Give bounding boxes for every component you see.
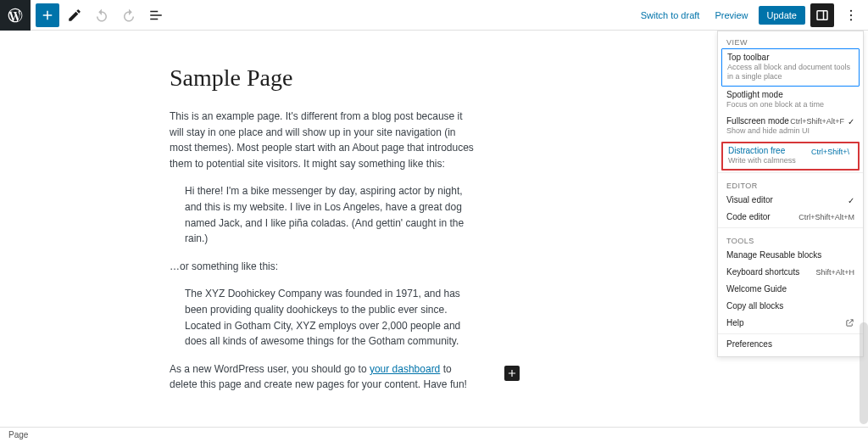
- more-vertical-icon: [843, 8, 859, 23]
- breadcrumb-item[interactable]: Page: [8, 430, 28, 439]
- menu-item-label: Preferences: [726, 339, 772, 349]
- settings-sidebar-toggle[interactable]: [810, 3, 834, 27]
- paragraph-block[interactable]: As a new WordPress user, you should go t…: [170, 361, 475, 393]
- external-link-icon: [845, 318, 854, 329]
- switch-to-draft-button[interactable]: Switch to draft: [636, 7, 705, 24]
- panel-section-view: VIEW: [718, 31, 863, 48]
- menu-item-sub: Write with calmness: [728, 156, 853, 165]
- menu-shortcut: Ctrl+Shift+Alt+M: [798, 213, 854, 221]
- page-content: Sample Page This is an example page. It'…: [170, 64, 678, 393]
- check-icon: ✓: [848, 196, 854, 205]
- menu-item-sub: Focus on one block at a time: [726, 100, 854, 109]
- options-menu-panel: VIEW Top toolbar Access all block and do…: [717, 31, 864, 357]
- menu-item-preferences[interactable]: Preferences: [718, 336, 863, 353]
- wordpress-icon: [7, 7, 24, 24]
- dashboard-link[interactable]: your dashboard: [370, 363, 440, 375]
- document-overview-button[interactable]: [144, 3, 168, 27]
- menu-item-sub: Show and hide admin UI: [726, 126, 854, 136]
- undo-icon: [94, 8, 109, 23]
- preview-button[interactable]: Preview: [709, 7, 753, 24]
- svg-rect-0: [817, 10, 827, 20]
- menu-item-label: Help: [726, 318, 744, 327]
- redo-button[interactable]: [117, 3, 141, 27]
- check-icon: ✓: [848, 117, 854, 126]
- menu-item-label: Spotlight mode: [726, 90, 854, 99]
- menu-item-label: Code editor: [726, 212, 771, 221]
- panel-section-tools: TOOLS: [718, 230, 863, 247]
- menu-item-label: Welcome Guide: [726, 284, 787, 294]
- menu-item-welcome-guide[interactable]: Welcome Guide: [718, 281, 863, 298]
- undo-button[interactable]: [90, 3, 114, 27]
- svg-point-3: [850, 14, 852, 15]
- menu-item-label: Top toolbar: [727, 53, 854, 62]
- text-fragment: As a new WordPress user, you should go t…: [170, 363, 370, 375]
- menu-item-visual-editor[interactable]: Visual editor ✓: [718, 192, 863, 209]
- redo-icon: [121, 8, 136, 23]
- editor-top-toolbar: Switch to draft Preview Update: [0, 0, 868, 31]
- quote-block[interactable]: The XYZ Doohickey Company was founded in…: [185, 286, 473, 349]
- menu-item-spotlight-mode[interactable]: Spotlight mode Focus on one block at a t…: [718, 87, 863, 114]
- menu-item-sub: Access all block and document tools in a…: [727, 63, 854, 81]
- menu-separator: [718, 333, 863, 334]
- menu-item-label: Visual editor: [726, 195, 773, 204]
- menu-item-distraction-free[interactable]: Distraction free Write with calmness Ctr…: [721, 142, 860, 171]
- paragraph-block[interactable]: This is an example page. It's different …: [170, 109, 475, 171]
- quote-block[interactable]: Hi there! I'm a bike messenger by day, a…: [185, 183, 473, 246]
- menu-shortcut: Shift+Alt+H: [815, 268, 854, 277]
- menu-item-label: Manage Reusable blocks: [726, 250, 821, 260]
- plus-icon: [40, 8, 55, 23]
- toolbar-left-group: [31, 3, 168, 27]
- svg-point-2: [850, 9, 852, 11]
- add-block-inline-button[interactable]: [504, 366, 520, 381]
- menu-item-code-editor[interactable]: Code editor Ctrl+Shift+Alt+M: [718, 209, 863, 226]
- menu-item-help[interactable]: Help: [718, 315, 863, 332]
- menu-item-top-toolbar[interactable]: Top toolbar Access all block and documen…: [721, 48, 860, 87]
- add-block-button[interactable]: [36, 3, 59, 27]
- list-icon: [148, 8, 164, 23]
- menu-separator: [718, 227, 863, 228]
- menu-shortcut: Ctrl+Shift+\: [811, 148, 849, 156]
- plus-icon: [506, 367, 518, 379]
- paragraph-block[interactable]: …or something like this:: [170, 259, 475, 275]
- toolbar-right-group: Switch to draft Preview Update: [636, 3, 868, 27]
- options-menu-button[interactable]: [839, 3, 863, 27]
- menu-item-label: Copy all blocks: [726, 301, 783, 311]
- scrollbar[interactable]: [860, 322, 868, 424]
- pencil-icon: [67, 8, 82, 23]
- menu-item-copy-all-blocks[interactable]: Copy all blocks: [718, 298, 863, 315]
- menu-item-fullscreen-mode[interactable]: Fullscreen mode Show and hide admin UI C…: [718, 113, 863, 140]
- menu-separator: [718, 172, 863, 173]
- menu-item-label: Keyboard shortcuts: [726, 267, 799, 277]
- sidebar-icon: [815, 8, 830, 23]
- update-button[interactable]: Update: [759, 6, 805, 25]
- editor-footer-breadcrumb: Page: [0, 427, 868, 442]
- page-title[interactable]: Sample Page: [170, 64, 678, 92]
- wordpress-logo-button[interactable]: [0, 0, 31, 31]
- tools-button[interactable]: [63, 3, 86, 27]
- menu-item-reusable-blocks[interactable]: Manage Reusable blocks: [718, 247, 863, 264]
- panel-section-editor: EDITOR: [718, 175, 863, 192]
- menu-item-keyboard-shortcuts[interactable]: Keyboard shortcuts Shift+Alt+H: [718, 264, 863, 281]
- svg-point-4: [850, 19, 852, 20]
- menu-shortcut: Ctrl+Shift+Alt+F: [790, 117, 844, 126]
